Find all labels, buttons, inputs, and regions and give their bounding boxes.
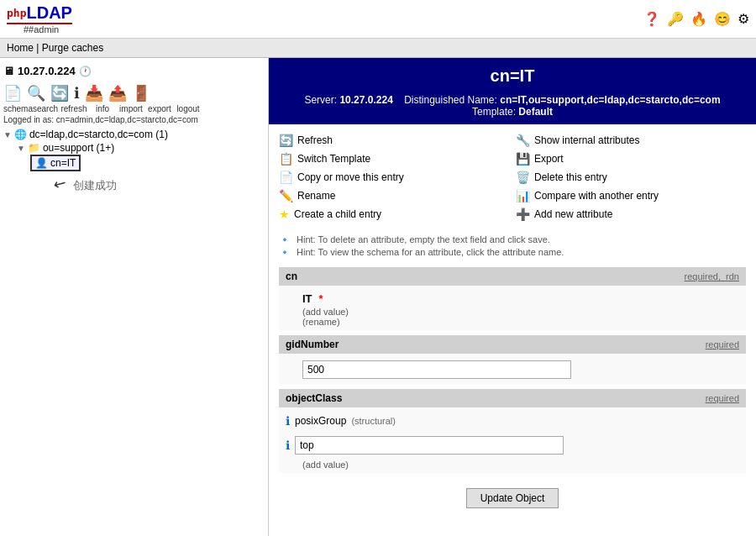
objectclass-add-value-link[interactable]: (add value): [302, 460, 349, 470]
update-object-button[interactable]: Update Object: [466, 488, 559, 508]
server-value: 10.27.0.224: [339, 94, 392, 106]
home-link[interactable]: Home: [7, 42, 34, 54]
tree-root[interactable]: ▼ 🌐 dc=ldap,dc=starcto,dc=com (1): [3, 128, 265, 141]
fire-icon[interactable]: 🔥: [690, 11, 707, 27]
add-attribute-label[interactable]: Add new attribute: [534, 208, 612, 220]
switch-template-label[interactable]: Switch Template: [297, 153, 370, 165]
template-value: Default: [518, 106, 553, 118]
cn-it-icon: 👤: [35, 157, 48, 169]
rename-action[interactable]: ✏️ Rename: [279, 187, 509, 205]
navbar: Home | Purge caches: [0, 39, 756, 58]
top-info-icon[interactable]: ℹ: [286, 437, 290, 454]
posixgroup-value: posixGroup: [295, 415, 346, 427]
delete-action[interactable]: 🗑️ Delete this entry: [516, 168, 746, 187]
create-child-action[interactable]: ★ Create a child entry: [279, 205, 509, 223]
tree-arrow: ▼: [3, 130, 12, 139]
export-label[interactable]: Export: [534, 153, 564, 165]
objectclass-add-value: (add value): [286, 460, 739, 470]
cn-rename-link[interactable]: (rename): [302, 317, 340, 327]
main-layout: 🖥 10.27.0.224 🕐 📄 🔍 🔄 ℹ 📥 📤 🚪 schema sea…: [0, 58, 756, 536]
search-label[interactable]: search: [32, 104, 59, 113]
compare-label[interactable]: Compare with another entry: [534, 190, 659, 202]
compare-icon: 📊: [516, 189, 530, 202]
ldap-tree: ▼ 🌐 dc=ldap,dc=starcto,dc=com (1) ▼ 📁 ou…: [3, 128, 265, 171]
smile-icon[interactable]: 😊: [714, 11, 731, 27]
show-internal-icon: 🔧: [516, 134, 530, 147]
copy-move-label[interactable]: Copy or move this entry: [297, 171, 404, 183]
tree-root-label: dc=ldap,dc=starcto,dc=com (1): [29, 129, 168, 140]
import-icon[interactable]: 📥: [85, 84, 103, 102]
refresh-action[interactable]: 🔄 Refresh: [279, 131, 509, 150]
attr-cn-header: cn required, rdn: [279, 267, 746, 286]
create-child-icon: ★: [279, 208, 290, 221]
server-address: 10.27.0.224: [18, 65, 76, 77]
help-icon[interactable]: ❓: [643, 11, 660, 27]
key-icon[interactable]: 🔑: [667, 11, 684, 27]
switch-template-action[interactable]: 📋 Switch Template: [279, 150, 509, 168]
attr-gidnumber-name[interactable]: gidNumber: [286, 339, 339, 350]
purge-caches-link[interactable]: Purge caches: [42, 42, 103, 54]
show-internal-action[interactable]: 🔧 Show internal attributes: [516, 131, 746, 150]
rename-label[interactable]: Rename: [297, 190, 335, 202]
schema-icon[interactable]: 📄: [3, 84, 22, 102]
attr-objectclass-name[interactable]: objectClass: [286, 392, 342, 404]
hint-1: 🔹 Hint: To delete an attribute, empty th…: [279, 234, 746, 246]
delete-icon: 🗑️: [516, 171, 530, 184]
tree-cn-it[interactable]: 👤 cn=IT: [30, 155, 81, 171]
hints-section: 🔹 Hint: To delete an attribute, empty th…: [269, 230, 756, 262]
attr-cn-name[interactable]: cn: [286, 271, 297, 282]
add-attribute-action[interactable]: ➕ Add new attribute: [516, 205, 746, 223]
schema-label[interactable]: schema: [3, 104, 30, 113]
attr-objectclass-badge: required: [706, 393, 739, 403]
tree-ou-support[interactable]: ▼ 📁 ou=support (1+): [17, 141, 265, 155]
attr-gidnumber-badge: required: [706, 339, 739, 349]
cn-it-label: cn=IT: [50, 157, 76, 169]
rename-icon: ✏️: [279, 189, 293, 202]
refresh-label[interactable]: Refresh: [297, 134, 333, 146]
header-icons: ❓ 🔑 🔥 😊 ⚙: [643, 11, 749, 27]
logo-admin: ##admin: [7, 24, 72, 34]
export-icon[interactable]: 📤: [108, 84, 127, 102]
attr-cn-required: required: [685, 271, 718, 281]
show-internal-label[interactable]: Show internal attributes: [534, 134, 639, 146]
logo-ldap: LDAP: [26, 3, 71, 23]
refresh-label[interactable]: refresh: [60, 104, 87, 113]
left-toolbar-labels: schema search refresh info import export…: [3, 104, 265, 115]
hint-bullet-1: 🔹: [279, 234, 291, 244]
refresh-icon[interactable]: 🔄: [50, 84, 69, 102]
hint-bullet-2: 🔹: [279, 247, 291, 257]
compare-action[interactable]: 📊 Compare with another entry: [516, 187, 746, 205]
copy-move-action[interactable]: 📄 Copy or move this entry: [279, 168, 509, 187]
export-action-icon: 💾: [516, 152, 530, 166]
import-label[interactable]: import: [118, 104, 144, 113]
info-label[interactable]: info: [89, 104, 116, 113]
cn-required-star: *: [319, 292, 323, 305]
template-label: Template:: [472, 106, 516, 118]
dn-value: cn=IT,ou=support,dc=ldap,dc=starcto,dc=c…: [500, 94, 720, 106]
posixgroup-structural: (structural): [351, 416, 396, 426]
logout-label[interactable]: logout: [175, 104, 202, 113]
delete-label[interactable]: Delete this entry: [534, 171, 607, 183]
arrow-icon: ↙: [50, 173, 71, 196]
app-header: php LDAP ##admin ❓ 🔑 🔥 😊 ⚙: [0, 0, 756, 39]
gidnumber-input[interactable]: [302, 360, 571, 379]
export-label[interactable]: export: [146, 104, 173, 113]
posixgroup-info-icon[interactable]: ℹ: [286, 413, 290, 429]
cn-add-value-link[interactable]: (add value): [302, 307, 349, 317]
logout-icon[interactable]: 🚪: [132, 84, 150, 102]
settings-icon[interactable]: ⚙: [738, 11, 749, 27]
objectclass-top-row: ℹ: [286, 434, 739, 456]
hint-2: 🔹 Hint: To view the schema for an attrib…: [279, 246, 746, 259]
attr-objectclass-body: ℹ posixGroup (structural) ℹ (add value): [279, 407, 746, 473]
cn-value-text: IT: [302, 292, 312, 305]
create-child-label[interactable]: Create a child entry: [294, 208, 381, 220]
attr-gidnumber-header: gidNumber required: [279, 335, 746, 354]
server-label: Server:: [304, 94, 337, 106]
info-icon[interactable]: ℹ: [74, 84, 80, 102]
export-action[interactable]: 💾 Export: [516, 150, 746, 168]
attr-gidnumber-body: [279, 354, 746, 384]
refresh-action-icon: 🔄: [279, 134, 293, 147]
attr-objectclass-section: objectClass required ℹ posixGroup (struc…: [279, 389, 746, 473]
search-icon[interactable]: 🔍: [27, 84, 45, 102]
objectclass-top-input[interactable]: [295, 436, 564, 455]
